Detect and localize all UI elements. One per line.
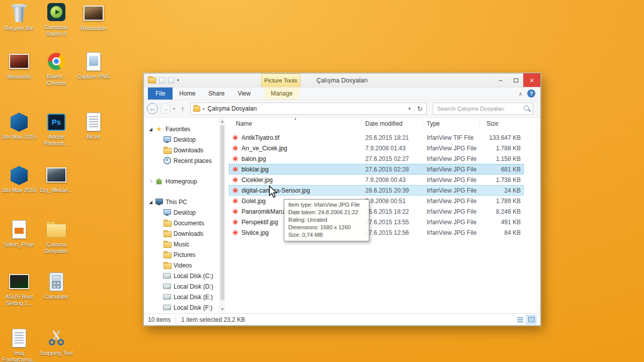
desktop-icon-capture-png[interactable]: Capture.PNG xyxy=(74,51,113,80)
maximize-button[interactable] xyxy=(508,73,523,87)
column-header-type[interactable]: Type xyxy=(423,119,479,128)
desktop-icon-masaustu[interactable]: Masaüstü xyxy=(0,51,38,80)
desktop-icon-recycle-bin[interactable]: Recycle Bin xyxy=(0,3,38,32)
help-button[interactable]: ? xyxy=(527,89,535,98)
minimize-button[interactable]: – xyxy=(493,73,508,87)
scrollbar-thumb[interactable] xyxy=(220,125,224,300)
file-size: 24 KB xyxy=(479,187,524,194)
details-view-button[interactable] xyxy=(515,315,525,324)
sidebar-item-local-disk-c[interactable]: Local Disk (C:) xyxy=(144,270,219,281)
file-row[interactable]: AntikTiyatro.tif25.6.2015 18:21IrfanView… xyxy=(229,132,524,143)
expander-icon[interactable] xyxy=(148,199,154,205)
desktop-icon-chrome[interactable]: Bülent - Chrome xyxy=(37,51,75,86)
qat-customize-dropdown-icon[interactable]: ▾ xyxy=(177,78,179,82)
document-icon xyxy=(12,329,26,347)
irfanview-file-icon xyxy=(232,134,238,141)
desktop-icon-camtasia[interactable]: Camtasia Studio 8 xyxy=(37,2,75,37)
column-headers: ▴ Name Date modified Type Size xyxy=(229,118,524,130)
expander-icon[interactable] xyxy=(148,178,154,185)
sidebar-item-documents[interactable]: Documents xyxy=(144,218,219,228)
close-button[interactable]: × xyxy=(523,73,540,87)
file-name: Cicekler.jpg xyxy=(242,176,273,184)
recent-locations-dropdown-icon[interactable]: ▾ xyxy=(173,107,175,111)
desktop-icon-dis-mekan[interactable]: Dış_Mekan... xyxy=(37,165,75,194)
tab-file[interactable]: File xyxy=(148,87,173,100)
sidebar-item-local-disk-f[interactable]: Local Disk (F:) xyxy=(144,302,219,313)
sidebar-label: Documents xyxy=(174,220,204,227)
irfanview-file-icon xyxy=(232,208,238,215)
tab-view[interactable]: View xyxy=(231,87,257,100)
refresh-button[interactable]: ↻ xyxy=(414,105,425,113)
videos-folder-icon xyxy=(163,261,171,269)
desktop-icon-resolution[interactable]: Resolution xyxy=(74,3,113,32)
file-name: bloklar.jpg xyxy=(242,166,269,173)
file-date: 25.6.2015 18:21 xyxy=(362,134,423,141)
sidebar-item-music[interactable]: Music xyxy=(144,239,219,249)
file-row[interactable]: Perspektif.jpg27.6.2015 13:55IrfanView J… xyxy=(229,217,524,227)
irfanview-file-icon xyxy=(232,219,238,225)
picture-tools-contextual-tab[interactable]: Picture Tools xyxy=(261,73,300,87)
up-button[interactable]: ↑ xyxy=(177,103,188,114)
qat-button-icon[interactable] xyxy=(168,77,174,83)
file-row-hovered[interactable]: digital-camera-Sensor.jpg28.6.2015 20:39… xyxy=(229,185,524,196)
sidebar-item-downloads[interactable]: Downloads xyxy=(144,145,219,155)
file-row[interactable]: PanaromikManzara.jpg25.6.2015 18:22Irfan… xyxy=(229,206,524,217)
desktop-icon-imaj[interactable]: İmaj Format'ama... xyxy=(0,328,38,362)
title-bar[interactable]: ▾ Picture Tools Çalışma Dosyaları – × xyxy=(144,73,540,87)
thumbnails-view-button[interactable] xyxy=(526,315,536,324)
file-size: 8.246 KB xyxy=(479,208,524,215)
column-header-date-modified[interactable]: Date modified xyxy=(362,119,423,128)
sidebar-item-videos[interactable]: Videos xyxy=(144,260,219,270)
desktop-icon-salon-proje[interactable]: Salon_Proje xyxy=(0,219,38,248)
search-input[interactable] xyxy=(437,106,523,112)
file-row[interactable]: balon.jpg27.6.2015 02:27IrfanView JPG Fi… xyxy=(229,153,524,164)
sidebar-item-pictures[interactable]: Pictures xyxy=(144,249,219,260)
desktop-icon-snipping-tool[interactable]: Snipping Tool xyxy=(37,328,75,356)
sidebar-item-recent-places[interactable]: Recent places xyxy=(144,155,219,166)
tab-manage[interactable]: Manage xyxy=(264,87,299,100)
desktop-icon-bit-txt[interactable]: Bit.txt xyxy=(74,112,113,140)
desktop-icon-photoshop[interactable]: Ps Adobe Photosh... xyxy=(37,112,75,147)
column-header-size[interactable]: Size xyxy=(479,119,524,128)
file-row[interactable]: Golet.jpg7.9.2008 00:51IrfanView JPG Fil… xyxy=(229,196,524,206)
sidebar-item-favorites[interactable]: ★Favorites xyxy=(144,124,219,134)
desktop-icon-label: Bülent - Chrome xyxy=(37,73,75,86)
expand-ribbon-icon[interactable]: ∧ xyxy=(519,91,522,97)
breadcrumb-current-folder[interactable]: Çalışma Dosyaları xyxy=(208,105,257,112)
sidebar-item-desktop[interactable]: Desktop xyxy=(144,134,219,145)
desktop-icon-3dsmax-2016[interactable]: 3ds Max 2016 xyxy=(0,165,38,194)
expander-icon[interactable] xyxy=(148,126,154,132)
search-icon[interactable] xyxy=(523,105,530,112)
desktop-icon-calisma-dosyalari[interactable]: Çalışma Dosyaları xyxy=(37,219,75,254)
breadcrumb[interactable]: ▸ Çalışma Dosyaları ▾ ↻ xyxy=(190,103,427,115)
qat-button-icon[interactable] xyxy=(159,77,165,83)
photo-thumbnail-icon xyxy=(46,167,66,183)
desktop-icon-calculator[interactable]: Calculator xyxy=(37,272,75,300)
scissors-icon xyxy=(47,328,66,347)
file-row[interactable]: Arı_ve_Cicek.jpg7.9.2008 01:43IrfanView … xyxy=(229,143,524,153)
tab-home[interactable]: Home xyxy=(173,87,202,100)
search-box[interactable] xyxy=(433,103,533,115)
desktop-icon-label: Calculator xyxy=(37,294,75,300)
file-row[interactable]: Sivilce.jpg27.6.2015 12:56IrfanView JPG … xyxy=(229,227,524,238)
back-button[interactable]: ← xyxy=(147,103,158,114)
explorer-system-icon[interactable] xyxy=(148,77,156,83)
sidebar-item-desktop-pc[interactable]: Desktop xyxy=(144,207,219,218)
file-size: 84 KB xyxy=(479,229,524,236)
sidebar-scrollbar[interactable] xyxy=(219,118,225,313)
file-row-selected[interactable]: bloklar.jpg27.6.2015 02:28IrfanView JPG … xyxy=(229,164,524,174)
desktop-icon-asus-boot[interactable]: ASUS Boot Setting 1... xyxy=(0,272,38,307)
scroll-down-icon[interactable] xyxy=(221,308,224,311)
forward-button[interactable]: → xyxy=(160,103,171,114)
sidebar-item-downloads-pc[interactable]: Downloads xyxy=(144,228,219,239)
scroll-up-icon[interactable] xyxy=(221,120,224,123)
file-name: Arı_ve_Cicek.jpg xyxy=(242,145,287,152)
sidebar-item-local-disk-e[interactable]: Local Disk (E:) xyxy=(144,292,219,302)
tab-share[interactable]: Share xyxy=(202,87,231,100)
file-row[interactable]: Cicekler.jpg7.9.2008 00:43IrfanView JPG … xyxy=(229,174,524,185)
desktop-icon-3dsmax-2015[interactable]: 3ds Max 2015 xyxy=(0,112,38,140)
sidebar-item-homegroup[interactable]: Homegroup xyxy=(144,176,219,187)
sidebar-item-local-disk-d[interactable]: Local Disk (D:) xyxy=(144,281,219,292)
sidebar-item-this-pc[interactable]: This PC xyxy=(144,197,219,207)
address-dropdown-icon[interactable]: ▾ xyxy=(405,106,414,111)
